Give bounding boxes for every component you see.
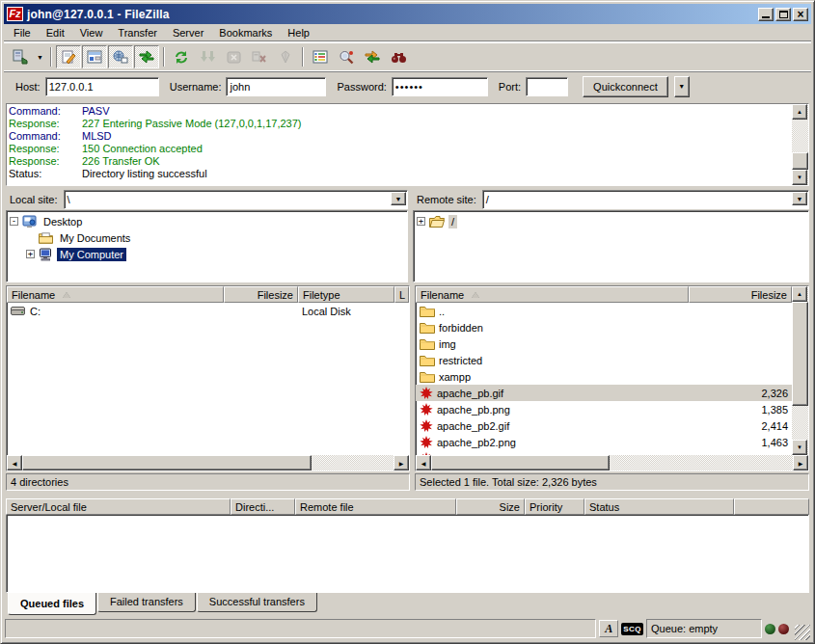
menu-file[interactable]: File: [6, 25, 39, 40]
disconnect-button[interactable]: [247, 45, 272, 68]
local-tree[interactable]: - Desktop + My Documents + My Computer: [6, 210, 408, 282]
queue-list[interactable]: [6, 515, 809, 593]
quickconnect-button[interactable]: Quickconnect: [583, 76, 668, 97]
toggle-remote-tree-button[interactable]: [108, 45, 133, 68]
menu-transfer[interactable]: Transfer: [110, 25, 165, 40]
username-input[interactable]: [226, 77, 326, 96]
title-bar[interactable]: Fz john@127.0.0.1 - FileZilla ×: [4, 4, 811, 24]
toggle-local-tree-button[interactable]: [82, 45, 107, 68]
minimize-button[interactable]: [758, 8, 774, 21]
scrollbar-thumb[interactable]: [22, 455, 312, 470]
tree-item-my-computer[interactable]: + My Computer: [8, 246, 406, 262]
column-header-priority[interactable]: Priority: [525, 498, 584, 515]
toolbar: ▼: [4, 42, 811, 70]
remote-site-combobox[interactable]: / ▼: [482, 190, 809, 209]
scroll-up-icon[interactable]: ▲: [792, 104, 807, 120]
remote-file-row-selected[interactable]: apache_pb.gif 2,326: [416, 385, 792, 401]
chevron-down-icon[interactable]: ▼: [391, 192, 406, 205]
password-input[interactable]: [392, 77, 488, 96]
scroll-right-icon[interactable]: ▶: [394, 455, 409, 470]
quickconnect-bar: Host: Username: Password: Port: Quickcon…: [4, 70, 811, 101]
expand-icon[interactable]: +: [417, 217, 425, 226]
scrollbar-thumb[interactable]: [792, 302, 808, 406]
column-header-remote-file[interactable]: Remote file: [295, 498, 456, 515]
file-name: restricted: [439, 355, 482, 366]
file-size: [224, 303, 298, 319]
toggle-queue-button[interactable]: [134, 45, 159, 68]
column-header-size[interactable]: Size: [456, 498, 525, 515]
menu-help[interactable]: Help: [280, 25, 317, 40]
remote-tree[interactable]: + /: [413, 210, 809, 282]
remote-file-row[interactable]: apache_pb.png 1,385: [416, 401, 792, 417]
column-header-filename[interactable]: Filename: [416, 286, 689, 303]
remote-file-row[interactable]: restricted: [416, 352, 792, 368]
remote-file-row[interactable]: ..: [416, 303, 792, 319]
collapse-icon[interactable]: -: [10, 217, 18, 226]
menu-server[interactable]: Server: [165, 25, 211, 40]
column-header-filename[interactable]: Filename: [7, 286, 224, 303]
scrollbar-thumb[interactable]: [792, 152, 808, 170]
local-list-rows[interactable]: C: Local Disk: [7, 303, 409, 455]
compare-directories-button[interactable]: [360, 45, 385, 68]
tab-queued-files[interactable]: Queued files: [8, 593, 96, 615]
find-files-button[interactable]: [386, 45, 411, 68]
process-queue-button[interactable]: [195, 45, 220, 68]
remote-list-rows[interactable]: .. forbidden img: [416, 303, 792, 455]
menu-view[interactable]: View: [72, 25, 111, 40]
column-header-filesize[interactable]: Filesize: [224, 286, 298, 303]
local-file-row[interactable]: C: Local Disk: [7, 303, 409, 319]
log-scrollbar[interactable]: ▲ ▼: [792, 104, 808, 185]
toggle-message-log-button[interactable]: [56, 45, 81, 68]
column-header-lastmodified[interactable]: L: [394, 286, 409, 303]
tree-item-desktop[interactable]: - Desktop: [8, 213, 406, 229]
remote-file-row[interactable]: apache_pb2.gif 2,414: [416, 417, 792, 434]
tree-item-root[interactable]: + /: [415, 213, 807, 229]
queue-tabs: Queued files Failed transfers Successful…: [6, 593, 809, 615]
maximize-button[interactable]: [775, 8, 791, 21]
close-button[interactable]: ×: [793, 8, 808, 21]
remote-list-header: Filename Filesize: [416, 286, 792, 303]
filter-search-button[interactable]: [334, 45, 359, 68]
scroll-right-icon[interactable]: ▶: [793, 455, 808, 470]
local-site-combobox[interactable]: \ ▼: [64, 190, 408, 209]
reconnect-button[interactable]: [273, 45, 298, 68]
resize-grip[interactable]: [795, 625, 810, 640]
scroll-up-icon[interactable]: ▲: [792, 286, 807, 302]
scroll-left-icon[interactable]: ◀: [416, 455, 431, 470]
encryption-indicator-icon[interactable]: SCQ: [621, 623, 643, 635]
directory-listing-filters-button[interactable]: [308, 45, 333, 68]
quickconnect-dropdown[interactable]: ▼: [674, 76, 690, 97]
column-header-filesize[interactable]: Filesize: [689, 286, 792, 303]
site-manager-dropdown[interactable]: ▼: [34, 45, 46, 68]
remote-file-row[interactable]: xampp: [416, 368, 792, 385]
scrollbar-thumb[interactable]: [431, 455, 610, 470]
remote-file-row[interactable]: forbidden: [416, 319, 792, 335]
local-site-label: Local site:: [6, 194, 64, 205]
remote-list-hscrollbar[interactable]: ◀ ▶: [416, 455, 808, 470]
column-header-direction[interactable]: Directi...: [231, 498, 295, 515]
port-input[interactable]: [526, 77, 568, 96]
site-manager-button[interactable]: [8, 45, 33, 68]
host-input[interactable]: [45, 77, 159, 96]
column-header-filetype[interactable]: Filetype: [298, 286, 394, 303]
expand-icon[interactable]: +: [26, 250, 35, 258]
cancel-operation-button[interactable]: [221, 45, 246, 68]
remote-list-vscrollbar[interactable]: ▲ ▼: [792, 286, 808, 455]
transfer-type-ascii-icon[interactable]: A: [599, 620, 618, 637]
chevron-down-icon[interactable]: ▼: [792, 192, 807, 205]
tab-failed-transfers[interactable]: Failed transfers: [97, 593, 196, 612]
tab-successful-transfers[interactable]: Successful transfers: [197, 593, 317, 612]
menu-bookmarks[interactable]: Bookmarks: [211, 25, 280, 40]
refresh-button[interactable]: [169, 45, 194, 68]
local-list-hscrollbar[interactable]: ◀ ▶: [7, 455, 409, 470]
scroll-down-icon[interactable]: ▼: [792, 170, 807, 185]
scroll-left-icon[interactable]: ◀: [7, 455, 22, 470]
remote-file-row[interactable]: apache_pb2.png 1,463: [416, 434, 792, 450]
scroll-down-icon[interactable]: ▼: [792, 440, 807, 455]
menu-edit[interactable]: Edit: [39, 25, 72, 40]
tree-item-my-documents[interactable]: + My Documents: [8, 229, 406, 246]
column-header-server-local-file[interactable]: Server/Local file: [6, 498, 231, 515]
log-entry: Command:PASV: [9, 105, 790, 118]
remote-file-row[interactable]: img: [416, 335, 792, 352]
column-header-status[interactable]: Status: [584, 498, 734, 515]
